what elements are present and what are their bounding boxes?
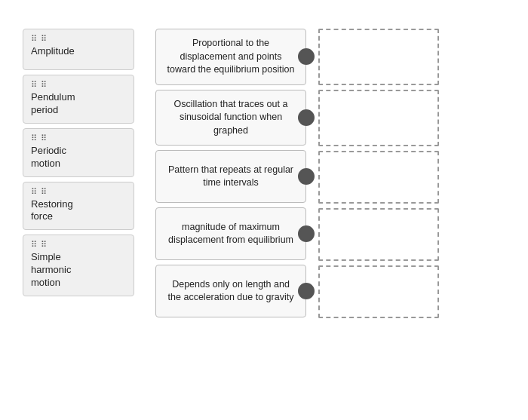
term-label: Simple harmonic motion	[31, 251, 71, 290]
desc-card-desc-pattern: Pattern that repeats at regular time int…	[155, 150, 306, 203]
term-card-periodic-motion[interactable]: ⠿ ⠿Periodic motion	[23, 128, 134, 177]
desc-text: magnitude of maximum displacement from e…	[165, 221, 296, 247]
drag-handle-icon: ⠿ ⠿	[31, 240, 48, 250]
term-card-restoring-force[interactable]: ⠿ ⠿Restoring force	[23, 182, 134, 231]
drop-zone-1[interactable]	[318, 29, 439, 85]
desc-card-desc-depends: Depends only on length and the accelerat…	[155, 265, 306, 317]
term-label: Pendulum period	[31, 91, 75, 117]
match-layout: ⠿ ⠿Amplitude⠿ ⠿Pendulum period⠿ ⠿Periodi…	[23, 29, 505, 318]
ball-connector-icon	[298, 109, 315, 126]
drop-zones-column	[318, 29, 439, 318]
ball-connector-icon	[298, 48, 315, 65]
term-card-pendulum-period[interactable]: ⠿ ⠿Pendulum period	[23, 75, 134, 124]
drag-handle-icon: ⠿ ⠿	[31, 80, 48, 90]
desc-card-desc-oscillation: Oscillation that traces out a sinusoidal…	[155, 90, 306, 146]
desc-text: Proportional to the displacement and poi…	[165, 37, 296, 77]
desc-card-desc-magnitude: magnitude of maximum displacement from e…	[155, 207, 306, 260]
ball-connector-icon	[298, 283, 315, 299]
drag-handle-icon: ⠿ ⠿	[31, 133, 48, 143]
terms-column: ⠿ ⠿Amplitude⠿ ⠿Pendulum period⠿ ⠿Periodi…	[23, 29, 134, 318]
ball-connector-icon	[298, 168, 315, 185]
term-label: Restoring force	[31, 198, 73, 224]
descriptions-column: Proportional to the displacement and poi…	[155, 29, 306, 318]
term-label: Periodic motion	[31, 145, 66, 170]
drag-handle-icon: ⠿ ⠿	[31, 34, 48, 44]
drop-zone-2[interactable]	[318, 90, 439, 146]
desc-text: Depends only on length and the accelerat…	[165, 278, 296, 305]
drop-zone-4[interactable]	[318, 208, 439, 261]
desc-text: Pattern that repeats at regular time int…	[165, 164, 296, 190]
term-label: Amplitude	[31, 45, 75, 58]
desc-text: Oscillation that traces out a sinusoidal…	[165, 98, 296, 138]
drop-zone-3[interactable]	[318, 151, 439, 204]
desc-card-desc-proportional: Proportional to the displacement and poi…	[155, 29, 306, 85]
arrow-col	[134, 29, 155, 318]
ball-connector-icon	[298, 225, 315, 242]
term-card-amplitude[interactable]: ⠿ ⠿Amplitude	[23, 29, 134, 70]
drop-zone-5[interactable]	[318, 265, 439, 318]
term-card-simple-harmonic[interactable]: ⠿ ⠿Simple harmonic motion	[23, 235, 134, 296]
drag-handle-icon: ⠿ ⠿	[31, 187, 48, 197]
